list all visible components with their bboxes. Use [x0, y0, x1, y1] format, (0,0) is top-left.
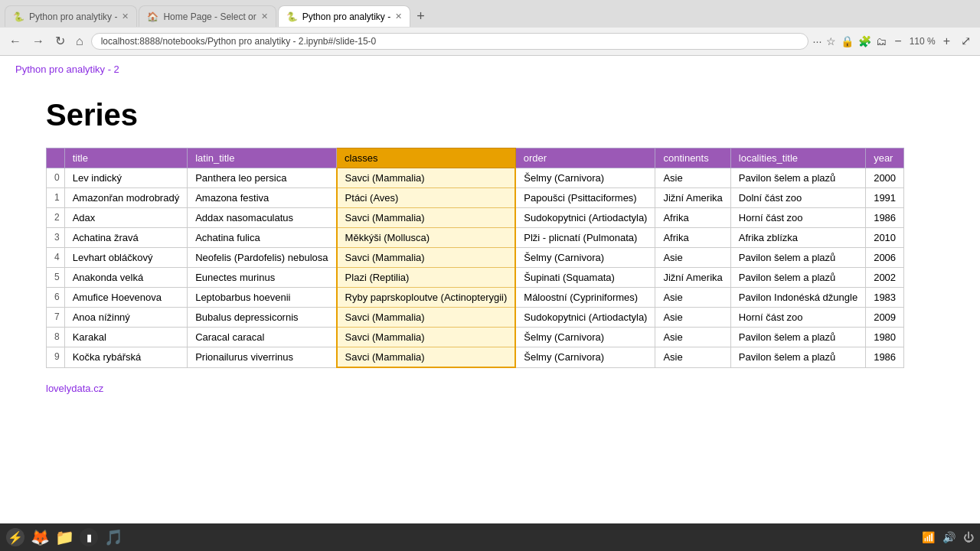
table-row: 5Anakonda velkáEunectes murinusPlazi (Re… — [47, 268, 904, 288]
tab-3-icon: 🐍 — [286, 11, 298, 22]
table-cell: Bubalus depressicornis — [188, 308, 337, 328]
home-button[interactable]: ⌂ — [73, 34, 87, 49]
table-cell: Achatina fulica — [188, 228, 337, 248]
table-row: 9Kočka rybářskáPrionailurus viverrinusSa… — [47, 347, 904, 368]
tab-2[interactable]: 🏠 Home Page - Select or ✕ — [139, 5, 276, 27]
table-cell: Pavilon šelem a plazů — [730, 248, 865, 268]
bookmark-icon[interactable]: ☆ — [826, 35, 836, 47]
table-row: 6Amufice HoevenovaLeptobarbus hoeveniiRy… — [47, 288, 904, 308]
table-cell: Pavilon šelem a plazů — [730, 328, 865, 347]
tab-1[interactable]: 🐍 Python pro analytiky - ✕ — [5, 5, 137, 27]
table-cell: 5 — [47, 268, 65, 288]
table-cell: Asie — [655, 347, 730, 368]
table-cell: Neofelis (Pardofelis) nebulosa — [188, 248, 337, 268]
table-row: 0Lev indickýPanthera leo persicaSavci (M… — [47, 168, 904, 188]
table-cell: Savci (Mammalia) — [337, 308, 516, 328]
data-table: title latin_title classes order continen… — [46, 148, 904, 368]
table-row: 3Achatina žraváAchatina fulicaMěkkýši (M… — [47, 228, 904, 248]
table-cell: Asie — [655, 248, 730, 268]
table-cell: 2000 — [866, 168, 904, 188]
table-cell: Plži - plicnatí (Pulmonata) — [515, 228, 655, 248]
table-row: 1Amazonřan modrobradýAmazona festivaPtác… — [47, 188, 904, 208]
table-cell: Lev indický — [64, 168, 187, 188]
page-title: Series — [46, 98, 965, 132]
more-icon[interactable]: ··· — [813, 35, 822, 47]
table-cell: Afrika — [655, 228, 730, 248]
extensions-icon[interactable]: 🧩 — [858, 35, 871, 47]
table-cell: Horní část zoo — [730, 308, 865, 328]
table-cell: Jižní Amerika — [655, 268, 730, 288]
table-cell: Addax nasomaculatus — [188, 208, 337, 228]
tab-3[interactable]: 🐍 Python pro analytiky - ✕ — [278, 5, 410, 27]
table-cell: Savci (Mammalia) — [337, 208, 516, 228]
col-header-classes: classes — [337, 148, 516, 168]
table-cell: Amazonřan modrobradý — [64, 188, 187, 208]
table-cell: 2010 — [866, 228, 904, 248]
table-cell: Máloostní (Cypriniformes) — [515, 288, 655, 308]
table-cell: 4 — [47, 248, 65, 268]
table-cell: Levhart obláčkový — [64, 248, 187, 268]
col-header-continents: continents — [655, 148, 730, 168]
table-cell: Afrika — [655, 208, 730, 228]
table-cell: Savci (Mammalia) — [337, 168, 516, 188]
reload-button[interactable]: ↻ — [52, 34, 68, 49]
site-link[interactable]: Python pro analytiky - 2 — [15, 64, 119, 75]
tab-2-close[interactable]: ✕ — [261, 11, 268, 21]
back-button[interactable]: ← — [6, 34, 24, 49]
tab-1-icon: 🐍 — [13, 11, 24, 22]
table-cell: Šelmy (Carnivora) — [515, 328, 655, 347]
table-cell: 9 — [47, 347, 65, 368]
tab-1-close[interactable]: ✕ — [122, 11, 129, 21]
table-cell: 1991 — [866, 188, 904, 208]
tab-3-close[interactable]: ✕ — [395, 11, 402, 21]
tab-1-label: Python pro analytiky - — [29, 11, 117, 22]
table-cell: Pavilon šelem a plazů — [730, 168, 865, 188]
forward-button[interactable]: → — [29, 34, 47, 49]
zoom-in-button[interactable]: + — [940, 34, 953, 49]
table-cell: Amazona festiva — [188, 188, 337, 208]
new-tab-button[interactable]: + — [412, 8, 430, 24]
table-cell: 1 — [47, 188, 65, 208]
table-cell: 6 — [47, 288, 65, 308]
table-row: 2AdaxAddax nasomaculatusSavci (Mammalia)… — [47, 208, 904, 228]
col-header-title: title — [64, 148, 187, 168]
table-cell: Achatina žravá — [64, 228, 187, 248]
table-cell: Prionailurus viverrinus — [188, 347, 337, 368]
table-cell: Ptáci (Aves) — [337, 188, 516, 208]
table-cell: Amufice Hoevenova — [64, 288, 187, 308]
table-cell: Savci (Mammalia) — [337, 328, 516, 347]
tab-2-label: Home Page - Select or — [163, 11, 256, 22]
fullscreen-button[interactable]: ⤢ — [958, 34, 974, 49]
table-cell: 7 — [47, 308, 65, 328]
table-cell: Asie — [655, 168, 730, 188]
table-cell: Caracal caracal — [188, 328, 337, 347]
table-cell: 2009 — [866, 308, 904, 328]
table-cell: Šelmy (Carnivora) — [515, 347, 655, 368]
col-header-index — [47, 148, 65, 168]
history-icon[interactable]: 🗂 — [876, 35, 887, 47]
table-cell: Anoa nížinný — [64, 308, 187, 328]
toolbar-icons: ··· ☆ 🔒 🧩 🗂 — [813, 35, 887, 47]
table-cell: Asie — [655, 308, 730, 328]
page-content: Python pro analytiky - 2 Series title la… — [0, 56, 980, 409]
table-cell: Afrika zblízka — [730, 228, 865, 248]
table-cell: 1986 — [866, 208, 904, 228]
tab-bar: 🐍 Python pro analytiky - ✕ 🏠 Home Page -… — [0, 0, 980, 28]
col-header-latin: latin_title — [188, 148, 337, 168]
table-cell: Leptobarbus hoevenii — [188, 288, 337, 308]
col-header-order: order — [515, 148, 655, 168]
table-cell: 1986 — [866, 347, 904, 368]
table-cell: Savci (Mammalia) — [337, 248, 516, 268]
footer-link[interactable]: lovelydata.cz — [46, 383, 965, 394]
address-input[interactable] — [91, 33, 808, 50]
table-cell: Dolní část zoo — [730, 188, 865, 208]
table-cell: Plazi (Reptilia) — [337, 268, 516, 288]
zoom-out-button[interactable]: − — [891, 34, 904, 49]
security-icon[interactable]: 🔒 — [841, 35, 854, 47]
table-cell: 2002 — [866, 268, 904, 288]
table-cell: Šupinati (Squamata) — [515, 268, 655, 288]
table-cell: Savci (Mammalia) — [337, 347, 516, 368]
table-cell: Sudokopytnici (Artiodactyla) — [515, 308, 655, 328]
table-cell: 1980 — [866, 328, 904, 347]
table-cell: 2 — [47, 208, 65, 228]
